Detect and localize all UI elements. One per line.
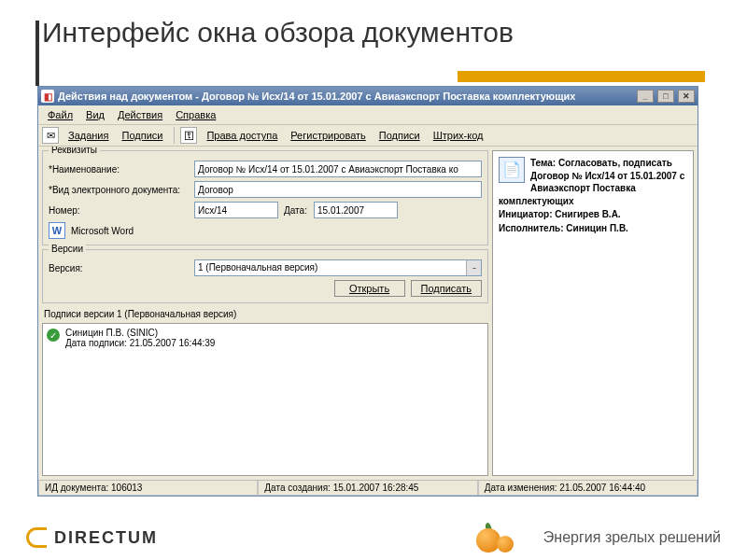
window-titlebar: ◧ Действия над документом - Договор № Ис…	[38, 87, 698, 105]
tool-tasks[interactable]: Задания	[63, 128, 114, 143]
tool-signatures[interactable]: Подписи	[116, 128, 168, 143]
sign-button[interactable]: Подписать	[411, 280, 482, 297]
properties-title: Реквизиты	[49, 147, 100, 155]
theme-text: Согласовать, подписать Договор № Исх/14 …	[499, 158, 684, 206]
versions-group: Версии Версия: 1 (Первоначальная версия)…	[42, 249, 488, 303]
menu-view[interactable]: Вид	[80, 107, 110, 122]
toolbar: ✉ Задания Подписи ⚿ Права доступа Регист…	[38, 125, 698, 147]
word-icon[interactable]: W	[49, 222, 65, 239]
signer-name: Синицин П.В. (SINIC)	[65, 328, 215, 338]
label-name: *Наименование:	[49, 164, 189, 175]
signatures-list: ✓ Синицин П.В. (SINIC) Дата подписи: 21.…	[42, 323, 488, 476]
initiator-label: Инициатор:	[499, 209, 555, 219]
label-kind: *Вид электронного документа:	[49, 185, 189, 195]
theme-label: Тема:	[530, 158, 558, 168]
signature-item[interactable]: ✓ Синицин П.В. (SINIC) Дата подписи: 21.…	[47, 328, 484, 348]
check-icon: ✓	[47, 329, 60, 342]
status-id: ИД документа: 106013	[38, 481, 258, 496]
task-icon: 📄	[499, 157, 525, 183]
status-created: Дата создания: 15.01.2007 16:28:45	[258, 481, 477, 496]
access-icon[interactable]: ⚿	[180, 127, 197, 144]
accent-bar	[458, 71, 705, 82]
maximize-button[interactable]: □	[657, 90, 674, 103]
tasks-icon[interactable]: ✉	[42, 127, 59, 144]
version-combo[interactable]: 1 (Первоначальная версия) ···	[194, 259, 482, 276]
orange-image	[465, 519, 525, 556]
input-kind[interactable]	[194, 181, 482, 198]
input-name[interactable]	[194, 161, 482, 177]
document-window: ◧ Действия над документом - Договор № Ис…	[37, 86, 698, 497]
app-label: Microsoft Word	[71, 226, 134, 236]
tool-access[interactable]: Права доступа	[201, 128, 283, 143]
minimize-button[interactable]: _	[637, 90, 654, 103]
app-icon: ◧	[41, 90, 54, 103]
label-date: Дата:	[284, 205, 308, 216]
tool-barcode[interactable]: Штрих-код	[428, 128, 489, 143]
menu-help[interactable]: Справка	[170, 107, 221, 122]
sign-date: Дата подписи: 21.05.2007 16:44:39	[65, 338, 215, 348]
menu-file[interactable]: Файл	[42, 107, 78, 122]
slide-title: Интерфейс окна обзора документов	[42, 17, 514, 49]
brand-logo-icon	[26, 527, 47, 548]
tool-register[interactable]: Регистрировать	[285, 128, 372, 143]
properties-group: Реквизиты *Наименование: *Вид электронно…	[42, 150, 488, 245]
open-button[interactable]: Открыть	[334, 280, 405, 297]
version-value: 1 (Первоначальная версия)	[195, 260, 466, 275]
window-title: Действия над документом - Договор № Исх/…	[58, 91, 575, 102]
performer-name: Синицин П.В.	[566, 223, 628, 233]
brand-name: DIRECTUM	[54, 528, 158, 548]
label-version: Версия:	[49, 263, 189, 273]
close-button[interactable]: ✕	[678, 90, 695, 103]
menu-actions[interactable]: Действия	[112, 107, 168, 122]
status-modified: Дата изменения: 21.05.2007 16:44:40	[478, 481, 698, 496]
tool-sign[interactable]: Подписи	[374, 128, 426, 143]
signatures-title: Подписи версии 1 (Первоначальная версия)	[42, 307, 488, 323]
versions-title: Версии	[49, 244, 86, 254]
input-date[interactable]	[314, 202, 398, 218]
version-picker-button[interactable]: ···	[466, 260, 481, 275]
slide-footer: DIRECTUM Энергия зрелых решений	[0, 515, 747, 560]
performer-label: Исполнитель:	[499, 223, 566, 233]
input-number[interactable]	[194, 202, 278, 218]
statusbar: ИД документа: 106013 Дата создания: 15.0…	[38, 480, 698, 496]
task-panel: 📄 Тема: Согласовать, подписать Договор №…	[492, 150, 694, 476]
menubar: Файл Вид Действия Справка	[38, 105, 698, 125]
slogan-text: Энергия зрелых решений	[543, 529, 721, 546]
label-number: Номер:	[49, 205, 189, 216]
initiator-name: Снигирев В.А.	[555, 209, 620, 219]
